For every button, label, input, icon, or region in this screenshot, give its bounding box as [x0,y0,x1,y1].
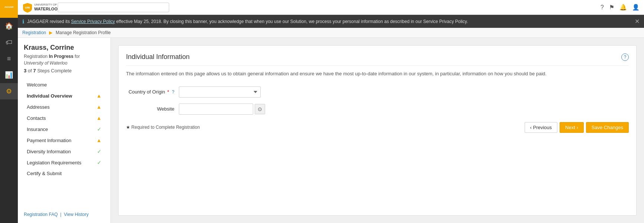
panel-footer: ★ Required to Complete Registration ‹ Pr… [126,122,629,133]
faq-link[interactable]: Registration FAQ [24,212,58,217]
nav-analytics[interactable]: 📊 [0,67,18,83]
help-icon[interactable]: ? [600,4,604,11]
svg-text:UW: UW [25,6,30,9]
sidebar-item-diversity[interactable]: Diversity Information ✓ [24,146,104,157]
top-bar: UW UNIVERSITY OF WATERLOO ? ⚑ 🔔 👤 [18,0,644,15]
history-link[interactable]: View History [64,212,88,217]
global-search[interactable] [58,3,169,12]
form-card: Individual Information ? The information… [118,45,637,216]
website-input[interactable] [179,104,253,115]
website-label: Website [126,106,174,112]
breadcrumb: Registration ▶ Manage Registration Profi… [18,28,644,38]
main-wrapper: UW UNIVERSITY OF WATERLOO ? ⚑ 🔔 👤 ℹ JAGG… [18,0,644,223]
help-button[interactable]: ? [621,53,629,61]
panel-description: The information entered on this page all… [126,70,629,78]
website-input-wrap: ⊙ [179,104,265,115]
privacy-policy-link[interactable]: Service Privacy Policy [71,19,115,24]
nav-settings[interactable]: ⚙ [0,83,18,99]
nav-home[interactable]: 🏠 [0,18,18,34]
nav-tag[interactable]: 🏷 [0,34,18,50]
success-icon-insurance: ✓ [97,126,102,132]
registration-status: Registration In Progress for University … [24,53,104,66]
country-of-origin-field: Country of Origin * ? [126,86,629,98]
svg-text:JAGGAER: JAGGAER [4,6,14,8]
info-icon: ℹ [22,19,24,24]
next-button[interactable]: Next › [560,122,584,133]
sidebar-links: Registration FAQ | View History [24,206,104,217]
sidebar-navigation: Welcome Individual Overview ▲ Addresses … [24,79,104,179]
top-bar-icons: ? ⚑ 🔔 👤 [600,4,640,11]
sidebar-item-payment[interactable]: Payment Information ▲ [24,135,104,146]
left-navigation: JAGGAER 🏠 🏷 ≡ 📊 ⚙ [0,0,18,223]
privacy-banner: ℹ JAGGAER revised its Service Privacy Po… [18,15,644,28]
website-field: Website ⊙ [126,104,629,115]
sidebar-item-insurance[interactable]: Insurance ✓ [24,124,104,135]
sidebar-item-individual-overview[interactable]: Individual Overview ▲ [24,90,104,101]
status-value: In Progress [49,54,73,59]
svg-rect-0 [3,3,15,14]
country-help-icon[interactable]: ? [172,89,174,95]
sidebar: Krauss, Corrine Registration In Progress… [18,38,111,223]
panel-header: Individual Information ? [126,53,629,66]
breadcrumb-separator: ▶ [49,30,52,35]
privacy-banner-text: JAGGAER revised its Service Privacy Poli… [27,19,468,24]
content-area: Krauss, Corrine Registration In Progress… [18,38,644,223]
user-name: Krauss, Corrine [24,44,104,52]
steps-complete: 3 of 7 Steps Complete [24,68,104,73]
success-icon-legislation: ✓ [97,160,102,165]
app-logo: JAGGAER [0,0,18,18]
close-banner-button[interactable]: ✕ [635,18,640,25]
country-of-origin-label: Country of Origin * ? [126,89,174,95]
sidebar-item-legislation[interactable]: Legislation Requirements ✓ [24,157,104,168]
breadcrumb-registration[interactable]: Registration [22,30,46,35]
university-logo: UW UNIVERSITY OF WATERLOO [22,2,58,13]
sidebar-item-welcome[interactable]: Welcome [24,79,104,90]
main-panel: Individual Information ? The information… [111,38,644,223]
required-note: ★ Required to Complete Registration [126,125,200,130]
warning-icon-payment: ▲ [96,137,102,143]
breadcrumb-current: Manage Registration Profile [56,30,111,35]
previous-button[interactable]: ‹ Previous [525,122,558,133]
success-icon-diversity: ✓ [97,148,102,154]
university-name: UNIVERSITY OF WATERLOO [34,3,58,11]
user-icon[interactable]: 👤 [632,4,640,11]
university-name-sidebar: University of Waterloo [24,60,67,66]
nav-menu[interactable]: ≡ [0,50,18,67]
warning-icon-addresses: ▲ [96,104,102,110]
sidebar-item-contacts[interactable]: Contacts ▲ [24,112,104,124]
notification-icon[interactable]: 🔔 [619,4,627,11]
action-buttons: ‹ Previous Next › Save Changes [525,122,629,133]
warning-icon-contacts: ▲ [96,115,102,121]
country-of-origin-select[interactable] [179,86,261,98]
sidebar-item-addresses[interactable]: Addresses ▲ [24,101,104,112]
website-link-button[interactable]: ⊙ [255,104,265,114]
sidebar-item-certify[interactable]: Certify & Submit [24,168,104,179]
warning-icon-individual: ▲ [96,93,102,99]
flag-icon[interactable]: ⚑ [609,4,614,11]
required-marker: * [167,89,169,95]
page-title: Individual Information [126,53,190,61]
save-changes-button[interactable]: Save Changes [586,122,629,133]
